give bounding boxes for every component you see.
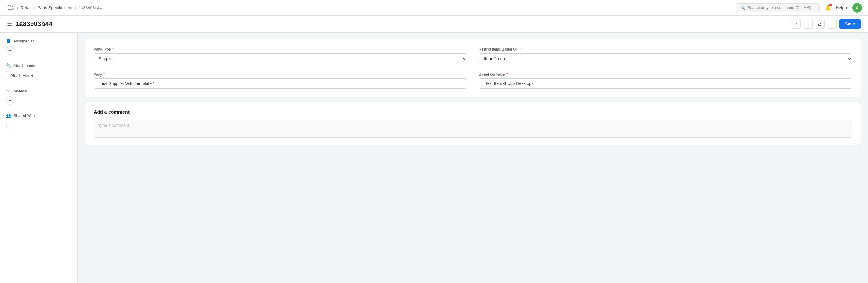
help-button[interactable]: Help ▾ — [836, 5, 848, 10]
shared-with-section-title: 👥 Shared With — [6, 113, 71, 118]
sidebar-section-shared-with: 👥 Shared With + — [6, 113, 71, 129]
hamburger-icon[interactable]: ☰ — [7, 21, 12, 27]
add-shared-with-button[interactable]: + — [6, 121, 14, 129]
page-header-left: ☰ 1a83903b44 — [7, 20, 53, 28]
page-title: 1a83903b44 — [16, 20, 53, 28]
party-label: Party * — [94, 72, 467, 76]
reviews-label: Reviews — [12, 89, 27, 93]
help-label: Help — [836, 5, 844, 10]
party-group: Party * — [94, 72, 467, 89]
page-container: 👤 Assigned To + 📎 Attachments Attach Fil… — [0, 33, 868, 283]
attachments-label: Attachments — [13, 63, 35, 68]
breadcrumb-separator-1: › — [17, 5, 18, 10]
page-header: ☰ 1a83903b44 ‹ › 🖨 ··· Save — [0, 15, 868, 33]
restrict-items-label: Restrict Items Based On * — [479, 47, 852, 52]
based-on-value-required: * — [506, 72, 508, 76]
cloud-icon[interactable] — [6, 4, 14, 12]
restrict-items-select[interactable]: Item Group — [479, 53, 852, 64]
form-card: Party Type * Supplier Restrict Items Bas… — [85, 39, 861, 97]
party-type-select[interactable]: Supplier — [94, 53, 467, 64]
sidebar-section-attachments: 📎 Attachments Attach File + — [6, 63, 71, 80]
attach-file-button[interactable]: Attach File + — [6, 71, 38, 80]
sidebar-section-reviews: ☆ Reviews + — [6, 89, 71, 105]
reviews-section-title: ☆ Reviews — [6, 89, 71, 93]
notification-bell[interactable]: 🔔 — [824, 4, 831, 11]
more-options-button[interactable]: ··· — [827, 19, 837, 29]
print-button[interactable]: 🖨 — [815, 19, 825, 29]
comment-input[interactable]: Type a comment... — [94, 120, 852, 137]
search-icon: 🔍 — [740, 5, 745, 10]
add-review-button[interactable]: + — [6, 96, 14, 105]
assigned-to-section-title: 👤 Assigned To — [6, 39, 71, 43]
search-placeholder-text: Search or type a command (Ctrl + G) — [747, 5, 811, 10]
add-assigned-to-button[interactable]: + — [6, 46, 14, 55]
comment-placeholder: Type a comment... — [98, 123, 132, 128]
breadcrumb-party-specific-item[interactable]: Party Specific Item — [37, 5, 72, 10]
party-input[interactable] — [94, 78, 467, 89]
top-nav: › Retail › Party Specific Item › 1a83903… — [0, 0, 868, 15]
page-header-right: ‹ › 🖨 ··· Save — [791, 19, 861, 29]
main-wrapper: Party Type * Supplier Restrict Items Bas… — [78, 33, 868, 283]
breadcrumb-retail[interactable]: Retail — [21, 5, 31, 10]
attachments-section-title: 📎 Attachments — [6, 63, 71, 68]
save-button[interactable]: Save — [839, 19, 861, 29]
party-type-required: * — [112, 47, 114, 52]
sidebar-section-assigned-to: 👤 Assigned To + — [6, 39, 71, 55]
help-chevron-icon: ▾ — [845, 5, 848, 10]
shared-with-icon: 👥 — [6, 113, 11, 118]
user-avatar[interactable]: A — [852, 3, 862, 12]
sidebar: 👤 Assigned To + 📎 Attachments Attach Fil… — [0, 33, 78, 283]
assigned-to-label: Assigned To — [13, 39, 35, 43]
more-icon: ··· — [830, 21, 834, 27]
assigned-to-icon: 👤 — [6, 39, 11, 43]
based-on-value-input[interactable] — [479, 78, 852, 89]
shared-with-label: Shared With — [13, 114, 35, 118]
attachment-icon: 📎 — [6, 63, 11, 68]
restrict-items-group: Restrict Items Based On * Item Group — [479, 47, 852, 64]
form-grid: Party Type * Supplier Restrict Items Bas… — [94, 47, 852, 89]
breadcrumb-separator-3: › — [75, 5, 76, 10]
prev-button[interactable]: ‹ — [791, 19, 801, 29]
restrict-items-required: * — [519, 47, 521, 52]
party-type-group: Party Type * Supplier — [94, 47, 467, 64]
attach-file-label: Attach File — [10, 73, 29, 78]
attach-plus-icon: + — [31, 73, 33, 78]
print-icon: 🖨 — [817, 21, 822, 27]
breadcrumb-current: 1a83903b44 — [79, 5, 102, 10]
based-on-value-group: Based On Value * — [479, 72, 852, 89]
top-nav-right: 🔍 Search or type a command (Ctrl + G) 🔔 … — [736, 3, 862, 12]
based-on-value-label: Based On Value * — [479, 72, 852, 76]
party-type-label: Party Type * — [94, 47, 467, 52]
breadcrumb-area: › Retail › Party Specific Item › 1a83903… — [6, 4, 102, 12]
next-button[interactable]: › — [803, 19, 813, 29]
reviews-icon: ☆ — [6, 89, 10, 93]
main-content: Party Type * Supplier Restrict Items Bas… — [78, 33, 868, 283]
breadcrumb-separator-2: › — [33, 5, 35, 10]
search-bar[interactable]: 🔍 Search or type a command (Ctrl + G) — [736, 3, 819, 12]
notification-dot — [829, 4, 832, 6]
comment-card: Add a comment Type a comment... — [85, 102, 861, 145]
party-required: * — [103, 72, 105, 76]
comment-title: Add a comment — [94, 109, 852, 115]
